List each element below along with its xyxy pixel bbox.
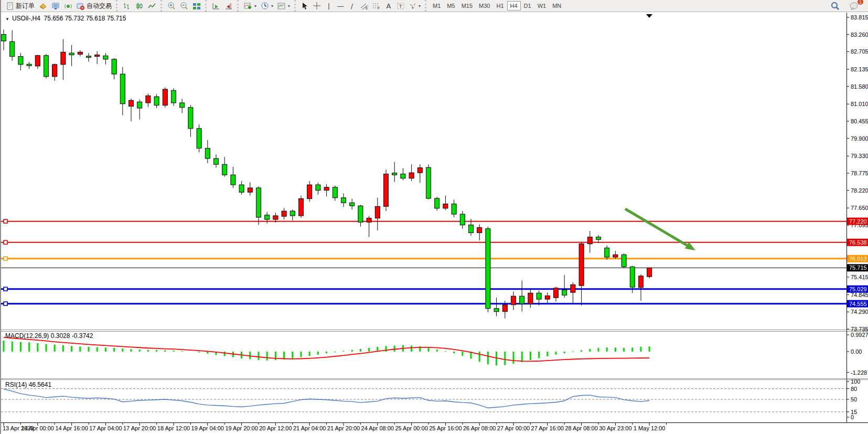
macd-histogram-bar [538,352,540,358]
macd-histogram-bar [334,352,336,352]
trend-arrow-shaft[interactable] [625,209,687,245]
text-button[interactable]: A [383,1,394,11]
macd-histogram-bar [504,352,506,365]
signals-button[interactable] [62,1,74,11]
new-order-button[interactable]: 新订单 [4,1,37,11]
line-handle[interactable] [4,257,7,260]
candle [52,65,57,77]
arrows-icon [409,2,416,10]
candle [154,97,159,105]
periods-button[interactable]: ▾ [259,1,275,11]
macd-histogram-bar [649,346,650,352]
macd-histogram-bar [445,351,446,352]
vertical-line-button[interactable]: | [323,1,335,11]
terminal-icon [51,2,60,10]
toolbar-right: 1 [829,1,868,11]
macd-histogram-bar [97,347,98,352]
svg-text:T: T [399,4,402,9]
toolbar-group-timeframes: M1M5M15M30H1H4D1W1MN [425,0,566,12]
candle [188,108,193,129]
autotrading-icon [77,2,85,10]
candle [613,255,618,257]
arrows-button[interactable]: ▾ [407,1,423,11]
candle [163,89,167,105]
macd-histogram-bar [589,349,591,352]
notifications-button[interactable]: 1 [847,1,861,11]
macd-histogram-bar [173,351,175,352]
chart-symbol-period: USOil-,H4 [12,15,40,22]
zoom-out-button[interactable] [178,1,190,11]
templates-dropdown-arrow: ▾ [288,4,290,8]
candle [103,56,108,59]
indicators-icon [244,2,252,10]
zoom-in-button[interactable] [165,1,178,11]
cursor-button[interactable] [299,1,310,11]
terminal-button[interactable] [49,1,62,11]
search-button[interactable] [829,1,842,11]
line-handle[interactable] [4,287,7,291]
macd-histogram-bar [581,350,582,352]
chart-canvas[interactable]: 83.81583.26082.70582.13581.58081.01080.4… [1,0,868,434]
candle [112,59,116,74]
bar-chart-type-button[interactable] [121,1,133,11]
time-axis-label: 28 Apr 08:00 [565,425,597,431]
indicators-button[interactable]: ▾ [242,1,259,11]
candle [87,56,91,57]
candlestick-type-button[interactable] [133,1,146,11]
rsi-line [4,389,649,408]
macd-histogram-bar [368,348,370,352]
candle [129,100,134,106]
line-handle[interactable] [4,240,7,244]
chart-shift-button[interactable] [222,1,235,11]
price-line-label: 76.538 [849,239,867,246]
price-tick-label: 82.705 [851,48,868,55]
macd-label: MACD(12,26,9) 0.3028 -0.3742 [5,332,93,340]
chart-ohlc-values: 75.656 75.732 75.618 75.715 [44,15,126,22]
candle [265,215,270,219]
crosshair-button[interactable] [310,1,323,11]
tile-windows-button[interactable] [190,1,203,11]
channel-button[interactable]: E [358,1,370,11]
time-axis-label: 30 Apr 23:00 [599,425,631,431]
line-handle[interactable] [4,219,7,223]
timeframe-h4-button[interactable]: H4 [507,1,521,10]
timeframe-h1-button[interactable]: H1 [493,1,507,10]
market-watch-button[interactable] [37,1,49,11]
trendline-button[interactable]: / [346,1,358,11]
candle [537,293,541,299]
candle [282,211,286,216]
candle [502,305,507,312]
time-axis-label: 19 Apr 20:00 [225,425,258,431]
market-watch-icon [39,2,47,10]
candle [587,237,592,244]
auto-scroll-button[interactable] [210,1,222,11]
timeframe-m15-button[interactable]: M15 [458,1,476,10]
macd-histogram-bar [640,347,642,352]
candle [358,206,363,222]
time-axis-label: 27 Apr 00:00 [497,425,530,431]
timeframe-mn-button[interactable]: MN [549,1,564,10]
horizontal-line-button[interactable]: — [335,1,346,11]
trend-arrow-head[interactable] [685,242,695,250]
chart-shift-marker[interactable] [646,14,652,18]
fibonacci-button[interactable]: F [370,1,383,11]
text-label-button[interactable]: T [394,1,407,11]
macd-histogram-bar [105,347,106,352]
autotrading-button[interactable]: 自动交易 [74,1,114,11]
macd-histogram-bar [546,352,548,356]
line-handle[interactable] [4,302,7,305]
macd-histogram-bar [198,352,200,353]
timeframe-m30-button[interactable]: M30 [476,1,493,10]
timeframe-m1-button[interactable]: M1 [430,1,444,10]
candle [494,309,499,312]
timeframe-m5-button[interactable]: M5 [444,1,458,10]
price-tick-label: 81.580 [851,83,868,90]
timeframe-d1-button[interactable]: D1 [521,1,534,10]
candle [605,248,609,257]
candle [571,284,575,292]
timeframe-w1-button[interactable]: W1 [534,1,550,10]
tile-windows-icon [192,2,201,10]
templates-button[interactable]: ▾ [275,1,292,11]
toolbar: 新订单 自动交易 [1,0,868,12]
line-chart-type-button[interactable] [146,1,158,11]
